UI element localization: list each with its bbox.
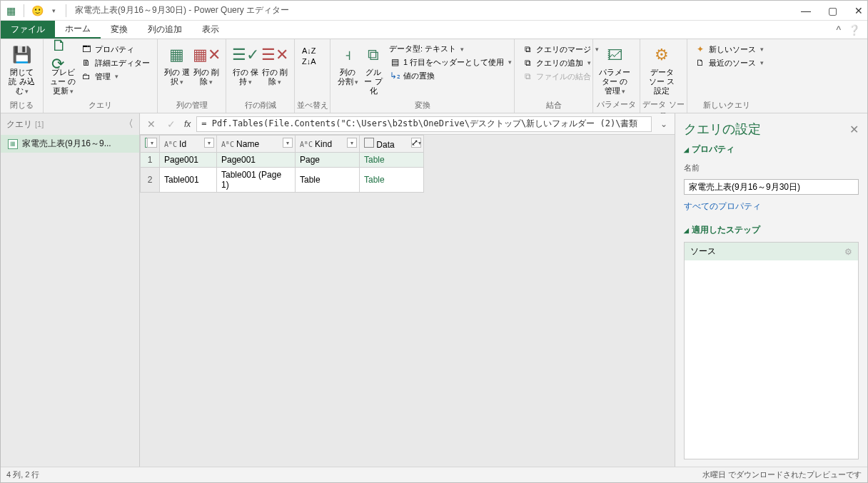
formula-input[interactable]: = Pdf.Tables(File.Contents("C:\Users\b2s…: [196, 116, 652, 132]
title-bar: ▦ 🙂 家電売上表(9月16～9月30日) - Power Query エディタ…: [1, 1, 867, 21]
status-left: 4 列, 2 行: [6, 469, 39, 480]
group-columns-label: 列の管理: [158, 98, 226, 113]
excel-icon: ▦: [5, 5, 16, 16]
expand-formula-icon[interactable]: ⌄: [657, 119, 670, 129]
combine-files-button[interactable]: ⧉ファイルの結合: [522, 71, 599, 82]
choose-columns-button[interactable]: ▦列の 選択: [162, 42, 192, 88]
collapse-queries-icon[interactable]: 〈: [123, 118, 133, 131]
new-source-button[interactable]: ✦新しいソース: [695, 44, 764, 55]
close-settings-icon[interactable]: ✕: [849, 123, 859, 136]
recent-sources-button[interactable]: 🗋最近のソース: [695, 57, 764, 68]
col-header-data[interactable]: Data⤢: [360, 136, 424, 153]
preview-refresh-button[interactable]: 🗋⟳ プレビュー の更新: [48, 42, 78, 98]
properties-button[interactable]: 🗔プロパティ: [81, 44, 150, 55]
cancel-formula-icon[interactable]: ✕: [144, 117, 158, 131]
table-row[interactable]: 1 Page001 Page001 Page Table: [141, 153, 424, 168]
queries-panel: クエリ [1] 〈 ▦ 家電売上表(9月16～9...: [1, 113, 140, 467]
tab-add-column[interactable]: 列の追加: [138, 21, 192, 39]
group-combine-label: 結合: [515, 98, 592, 113]
queries-count: [1]: [35, 120, 44, 128]
group-query-label: クエリ: [44, 98, 157, 113]
group-sort-label: 並べ替え: [295, 98, 330, 113]
queries-panel-title: クエリ: [6, 118, 32, 131]
query-item[interactable]: ▦ 家電売上表(9月16～9...: [1, 135, 139, 153]
window-title: 家電売上表(9月16～9月30日) - Power Query エディター: [75, 4, 289, 16]
remove-rows-button[interactable]: ☰✕行の 削除: [261, 42, 291, 88]
applied-steps-section[interactable]: 適用したステップ: [684, 224, 859, 236]
accept-formula-icon[interactable]: ✓: [164, 117, 178, 131]
table-row[interactable]: 2 Table001 Table001 (Page 1) Table Table: [141, 168, 424, 193]
col-header-kind[interactable]: AᴮCKind: [296, 136, 360, 153]
query-name-input[interactable]: [684, 179, 859, 195]
gear-icon[interactable]: ⚙: [844, 247, 852, 257]
ribbon: 💾 閉じて読 み込む 閉じる 🗋⟳ プレビュー の更新 🗔プロパティ 🗎詳細エデ…: [1, 39, 867, 113]
minimize-button[interactable]: —: [801, 5, 811, 16]
keep-rows-button[interactable]: ☰✓行の 保持: [231, 42, 261, 88]
tab-view[interactable]: 表示: [192, 21, 229, 39]
help-icon[interactable]: ❔: [848, 24, 860, 36]
group-transform-label: 変換: [330, 98, 514, 113]
status-right: 水曜日 でダウンロードされたプレビューです: [702, 469, 862, 480]
qat-smiley-icon[interactable]: 🙂: [31, 5, 43, 16]
name-label: 名前: [684, 163, 859, 173]
settings-title: クエリの設定: [684, 121, 761, 138]
data-grid[interactable]: AᴮCId AᴮCName AᴮCKind Data⤢ 1 Page001 Pa…: [140, 135, 424, 193]
data-source-settings-button[interactable]: ⚙データ ソー ス設定: [645, 42, 679, 98]
qat-dropdown[interactable]: [47, 5, 59, 16]
group-rows-label: 行の削減: [226, 98, 294, 113]
tab-transform[interactable]: 変換: [101, 21, 138, 39]
applied-steps-list: ソース ⚙: [684, 242, 859, 459]
step-item[interactable]: ソース ⚙: [685, 243, 858, 260]
maximize-button[interactable]: ▢: [828, 5, 837, 16]
center-area: ✕ ✓ fx = Pdf.Tables(File.Contents("C:\Us…: [140, 113, 675, 467]
table-icon: ▦: [8, 139, 18, 149]
collapse-ribbon-icon[interactable]: ^: [836, 24, 841, 36]
properties-section[interactable]: プロパティ: [684, 143, 859, 156]
sort-desc-button[interactable]: Z↓A: [302, 57, 316, 66]
advanced-editor-button[interactable]: 🗎詳細エディター: [81, 57, 150, 68]
close-and-load-button[interactable]: 💾 閉じて読 み込む: [5, 42, 39, 98]
data-type-button[interactable]: データ型: テキスト: [389, 44, 512, 54]
col-header-id[interactable]: AᴮCId: [160, 136, 217, 153]
ribbon-tabs: ファイル ホーム 変換 列の追加 表示 ^ ❔: [1, 21, 867, 39]
close-window-button[interactable]: ✕: [854, 5, 863, 16]
col-header-name[interactable]: AᴮCName: [217, 136, 296, 153]
sort-asc-button[interactable]: A↓Z: [302, 46, 316, 55]
tab-file[interactable]: ファイル: [1, 21, 55, 39]
merge-queries-button[interactable]: ⧉クエリのマージ: [522, 44, 599, 55]
all-properties-link[interactable]: すべてのプロパティ: [684, 200, 859, 213]
table-corner[interactable]: [141, 136, 160, 153]
split-column-button[interactable]: ⫞列の 分割: [335, 42, 360, 88]
manage-parameters-button[interactable]: 🗠パラメーター の管理: [597, 42, 632, 98]
step-label: ソース: [690, 245, 716, 258]
group-by-button[interactable]: ⧉グルー プ化: [360, 42, 386, 98]
replace-values-button[interactable]: ↳₂値の置換: [389, 70, 512, 81]
status-bar: 4 列, 2 行 水曜日 でダウンロードされたプレビューです: [1, 467, 867, 482]
group-close-label: 閉じる: [1, 98, 43, 113]
append-queries-button[interactable]: ⧉クエリの追加: [522, 57, 599, 68]
group-new-query-label: 新しいクエリ: [687, 98, 766, 113]
remove-columns-button[interactable]: ▦✕列の 削除: [192, 42, 222, 88]
query-item-label: 家電売上表(9月16～9...: [22, 138, 111, 150]
formula-bar: ✕ ✓ fx = Pdf.Tables(File.Contents("C:\Us…: [140, 113, 675, 135]
fx-label[interactable]: fx: [184, 119, 191, 129]
query-settings-panel: クエリの設定 ✕ プロパティ 名前 すべてのプロパティ 適用したステップ ソース…: [675, 113, 867, 467]
use-first-row-header-button[interactable]: ▤1 行目をヘッダーとして使用: [389, 56, 512, 68]
manage-button[interactable]: 🗀管理: [81, 71, 150, 82]
